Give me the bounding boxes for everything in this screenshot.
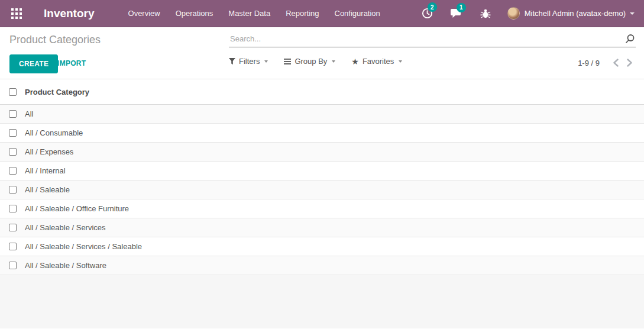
debug-button[interactable] — [477, 6, 494, 21]
search-input[interactable] — [229, 31, 636, 47]
select-all-checkbox[interactable] — [9, 88, 17, 96]
activity-count-badge: 2 — [428, 2, 437, 12]
topbar-menu: OverviewOperationsMaster DataReportingCo… — [121, 5, 388, 21]
row-checkbox[interactable] — [9, 129, 17, 137]
empty-area — [0, 275, 644, 328]
group-by-label: Group By — [295, 57, 327, 66]
row-checkbox[interactable] — [9, 186, 17, 194]
app-title[interactable]: Inventory — [44, 7, 95, 20]
chevron-down-icon — [264, 60, 268, 63]
create-button[interactable]: CREATE — [9, 54, 58, 73]
filter-toolbar: Filters Group By ★ Favorites — [229, 57, 418, 66]
message-count-badge: 1 — [457, 3, 466, 12]
filters-dropdown[interactable]: Filters — [229, 57, 268, 66]
topbar-menu-item-overview[interactable]: Overview — [121, 5, 168, 21]
row-category-name[interactable]: All / Saleable / Services — [25, 218, 644, 237]
topbar-menu-item-configuration[interactable]: Configuration — [327, 5, 388, 21]
messages-button[interactable]: 1 — [447, 6, 466, 21]
grid-icon — [11, 8, 22, 19]
filters-label: Filters — [239, 57, 260, 66]
row-checkbox[interactable] — [9, 243, 17, 250]
table-row[interactable]: All / Saleable — [0, 180, 644, 199]
product-category-list: Product Category All All / Consumable Al… — [0, 79, 644, 275]
row-category-name[interactable]: All / Consumable — [25, 124, 644, 143]
pager: 1-9 / 9 — [578, 57, 636, 68]
top-navbar: Inventory OverviewOperationsMaster DataR… — [0, 0, 644, 27]
row-checkbox[interactable] — [9, 224, 17, 231]
search-icon[interactable] — [624, 34, 635, 44]
table-row[interactable]: All / Saleable / Software — [0, 256, 644, 275]
page-title: Product Categories — [9, 34, 101, 46]
pager-next-button[interactable] — [623, 57, 636, 68]
table-header-row: Product Category — [0, 79, 644, 105]
row-category-name[interactable]: All / Saleable / Software — [25, 256, 644, 275]
table-row[interactable]: All / Expenses — [0, 143, 644, 162]
table-row[interactable]: All / Consumable — [0, 124, 644, 143]
topbar-menu-item-master-data[interactable]: Master Data — [221, 5, 278, 21]
pager-range: 1-9 / 9 — [578, 59, 600, 67]
chevron-left-icon — [613, 59, 619, 67]
row-category-name[interactable]: All / Saleable / Services / Saleable — [25, 237, 644, 256]
avatar — [507, 7, 520, 20]
bug-icon — [480, 8, 491, 19]
filter-funnel-icon — [229, 58, 235, 65]
row-category-name[interactable]: All / Internal — [25, 162, 644, 180]
apps-menu-icon[interactable] — [11, 8, 22, 20]
row-checkbox[interactable] — [9, 110, 17, 118]
row-category-name[interactable]: All / Saleable / Office Furniture — [25, 199, 644, 218]
import-button[interactable]: IMPORT — [57, 59, 86, 67]
table-row[interactable]: All / Internal — [0, 162, 644, 180]
activities-button[interactable]: 2 — [418, 5, 436, 21]
row-checkbox[interactable] — [9, 262, 17, 269]
search-bar — [229, 31, 636, 47]
user-name: Mitchell Admin (avatax-demo) — [525, 9, 626, 18]
group-by-dropdown[interactable]: Group By — [284, 57, 335, 66]
favorites-dropdown[interactable]: ★ Favorites — [351, 57, 402, 66]
pager-previous-button[interactable] — [609, 57, 623, 68]
row-checkbox[interactable] — [9, 205, 17, 212]
systray: 2 1 Mitchell Admin (avatax-demo) — [407, 5, 635, 21]
table-row[interactable]: All / Saleable / Services / Saleable — [0, 237, 644, 256]
control-panel: Product Categories CREATE IMPORT Filters… — [0, 27, 644, 79]
group-by-bars-icon — [284, 59, 291, 65]
chevron-down-icon — [399, 60, 402, 63]
row-category-name[interactable]: All / Expenses — [25, 143, 644, 162]
favorites-label: Favorites — [363, 57, 394, 66]
row-checkbox[interactable] — [9, 167, 17, 175]
row-category-name[interactable]: All — [25, 105, 644, 124]
user-menu[interactable]: Mitchell Admin (avatax-demo) — [507, 7, 635, 20]
row-category-name[interactable]: All / Saleable — [25, 180, 644, 199]
topbar-menu-item-operations[interactable]: Operations — [168, 5, 221, 21]
table-row[interactable]: All — [0, 105, 644, 124]
chevron-down-icon — [630, 12, 635, 15]
row-checkbox[interactable] — [9, 148, 17, 156]
table-row[interactable]: All / Saleable / Office Furniture — [0, 199, 644, 218]
table-row[interactable]: All / Saleable / Services — [0, 218, 644, 237]
star-icon: ★ — [351, 57, 359, 66]
topbar-menu-item-reporting[interactable]: Reporting — [278, 5, 326, 21]
chevron-down-icon — [332, 60, 335, 63]
column-header-product-category[interactable]: Product Category — [25, 79, 644, 105]
chevron-right-icon — [626, 59, 633, 67]
